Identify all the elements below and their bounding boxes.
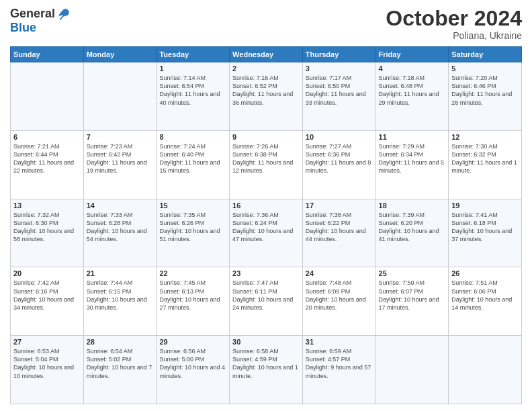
- day-number: 4: [379, 64, 446, 73]
- day-number: 2: [232, 64, 300, 73]
- calendar-day-cell: 2Sunrise: 7:16 AMSunset: 6:52 PMDaylight…: [230, 62, 303, 131]
- calendar-day-cell: 15Sunrise: 7:35 AMSunset: 6:26 PMDayligh…: [157, 199, 230, 267]
- day-number: 8: [159, 133, 226, 141]
- day-info: Sunrise: 6:54 AMSunset: 5:02 PMDaylight:…: [87, 347, 154, 380]
- day-info: Sunrise: 7:44 AMSunset: 6:15 PMDaylight:…: [87, 279, 154, 312]
- day-number: 20: [13, 269, 81, 277]
- day-info: Sunrise: 7:41 AMSunset: 6:18 PMDaylight:…: [451, 211, 519, 244]
- calendar-week-row: 20Sunrise: 7:42 AMSunset: 6:16 PMDayligh…: [11, 267, 522, 336]
- day-info: Sunrise: 6:53 AMSunset: 5:04 PMDaylight:…: [13, 347, 81, 380]
- day-number: 14: [87, 201, 154, 210]
- calendar-day-cell: [11, 62, 84, 131]
- calendar-day-cell: 17Sunrise: 7:38 AMSunset: 6:22 PMDayligh…: [302, 199, 375, 267]
- calendar-day-cell: 13Sunrise: 7:32 AMSunset: 6:30 PMDayligh…: [11, 199, 84, 267]
- calendar-day-cell: 28Sunrise: 6:54 AMSunset: 5:02 PMDayligh…: [83, 336, 157, 404]
- weekday-header: Saturday: [449, 47, 522, 62]
- day-number: 10: [306, 133, 373, 141]
- day-number: 30: [232, 338, 300, 346]
- calendar-day-cell: 25Sunrise: 7:50 AMSunset: 6:07 PMDayligh…: [375, 267, 449, 336]
- calendar-week-row: 13Sunrise: 7:32 AMSunset: 6:30 PMDayligh…: [11, 199, 522, 267]
- day-info: Sunrise: 7:23 AMSunset: 6:42 PMDaylight:…: [87, 142, 154, 175]
- day-number: 31: [306, 338, 373, 346]
- day-number: 15: [159, 201, 226, 210]
- header: General Blue October 2024 Poliana, Ukrai…: [10, 7, 522, 41]
- calendar-day-cell: 23Sunrise: 7:47 AMSunset: 6:11 PMDayligh…: [230, 267, 303, 336]
- calendar-day-cell: 11Sunrise: 7:29 AMSunset: 6:34 PMDayligh…: [375, 130, 449, 199]
- weekday-header: Monday: [83, 47, 157, 62]
- day-number: 28: [87, 338, 154, 346]
- day-number: 17: [306, 201, 373, 210]
- day-info: Sunrise: 7:27 AMSunset: 6:36 PMDaylight:…: [306, 142, 373, 175]
- calendar-week-row: 27Sunrise: 6:53 AMSunset: 5:04 PMDayligh…: [11, 336, 522, 404]
- page: General Blue October 2024 Poliana, Ukrai…: [0, 0, 532, 411]
- weekday-header: Thursday: [302, 47, 375, 62]
- day-number: 13: [13, 201, 81, 210]
- day-info: Sunrise: 7:32 AMSunset: 6:30 PMDaylight:…: [13, 211, 81, 244]
- day-info: Sunrise: 7:30 AMSunset: 6:32 PMDaylight:…: [451, 142, 519, 175]
- day-info: Sunrise: 6:58 AMSunset: 4:59 PMDaylight:…: [232, 347, 300, 380]
- calendar-day-cell: [449, 336, 522, 404]
- weekday-header: Friday: [375, 47, 449, 62]
- calendar-day-cell: 26Sunrise: 7:51 AMSunset: 6:06 PMDayligh…: [449, 267, 522, 336]
- calendar-table: SundayMondayTuesdayWednesdayThursdayFrid…: [10, 46, 522, 404]
- calendar-day-cell: 10Sunrise: 7:27 AMSunset: 6:36 PMDayligh…: [302, 130, 375, 199]
- calendar-day-cell: 14Sunrise: 7:33 AMSunset: 6:28 PMDayligh…: [83, 199, 157, 267]
- calendar-day-cell: 30Sunrise: 6:58 AMSunset: 4:59 PMDayligh…: [230, 336, 303, 404]
- day-info: Sunrise: 7:26 AMSunset: 6:38 PMDaylight:…: [232, 142, 300, 175]
- day-info: Sunrise: 7:29 AMSunset: 6:34 PMDaylight:…: [379, 142, 446, 175]
- day-info: Sunrise: 7:38 AMSunset: 6:22 PMDaylight:…: [306, 211, 373, 244]
- day-number: 19: [451, 201, 519, 210]
- day-info: Sunrise: 7:50 AMSunset: 6:07 PMDaylight:…: [379, 279, 446, 312]
- day-number: 29: [159, 338, 226, 346]
- calendar-day-cell: 1Sunrise: 7:14 AMSunset: 6:54 PMDaylight…: [157, 62, 230, 131]
- day-number: 7: [87, 133, 154, 141]
- day-info: Sunrise: 7:36 AMSunset: 6:24 PMDaylight:…: [232, 211, 300, 244]
- day-number: 1: [159, 64, 226, 73]
- calendar-day-cell: 3Sunrise: 7:17 AMSunset: 6:50 PMDaylight…: [302, 62, 375, 131]
- day-info: Sunrise: 6:59 AMSunset: 4:57 PMDaylight:…: [306, 347, 373, 380]
- logo-blue-text: Blue: [10, 21, 36, 34]
- calendar-day-cell: 18Sunrise: 7:39 AMSunset: 6:20 PMDayligh…: [375, 199, 449, 267]
- calendar-day-cell: 9Sunrise: 7:26 AMSunset: 6:38 PMDaylight…: [230, 130, 303, 199]
- day-number: 16: [232, 201, 300, 210]
- day-number: 18: [379, 201, 446, 210]
- calendar-day-cell: 19Sunrise: 7:41 AMSunset: 6:18 PMDayligh…: [449, 199, 522, 267]
- day-info: Sunrise: 7:21 AMSunset: 6:44 PMDaylight:…: [13, 142, 81, 175]
- weekday-header: Sunday: [11, 47, 84, 62]
- day-info: Sunrise: 7:42 AMSunset: 6:16 PMDaylight:…: [13, 279, 81, 312]
- calendar-day-cell: 31Sunrise: 6:59 AMSunset: 4:57 PMDayligh…: [302, 336, 375, 404]
- calendar-day-cell: 7Sunrise: 7:23 AMSunset: 6:42 PMDaylight…: [83, 130, 157, 199]
- calendar-day-cell: 12Sunrise: 7:30 AMSunset: 6:32 PMDayligh…: [449, 130, 522, 199]
- calendar-week-row: 1Sunrise: 7:14 AMSunset: 6:54 PMDaylight…: [11, 62, 522, 131]
- day-info: Sunrise: 7:45 AMSunset: 6:13 PMDaylight:…: [159, 279, 226, 312]
- day-info: Sunrise: 7:14 AMSunset: 6:54 PMDaylight:…: [159, 74, 226, 107]
- calendar-day-cell: 8Sunrise: 7:24 AMSunset: 6:40 PMDaylight…: [157, 130, 230, 199]
- day-info: Sunrise: 7:35 AMSunset: 6:26 PMDaylight:…: [159, 211, 226, 244]
- day-info: Sunrise: 7:39 AMSunset: 6:20 PMDaylight:…: [379, 211, 446, 244]
- day-number: 27: [13, 338, 81, 346]
- day-info: Sunrise: 7:17 AMSunset: 6:50 PMDaylight:…: [306, 74, 373, 107]
- logo: General Blue: [10, 7, 71, 35]
- day-number: 6: [13, 133, 81, 141]
- calendar-day-cell: 4Sunrise: 7:18 AMSunset: 6:48 PMDaylight…: [375, 62, 449, 131]
- day-info: Sunrise: 7:47 AMSunset: 6:11 PMDaylight:…: [232, 279, 300, 312]
- day-number: 22: [159, 269, 226, 277]
- title-block: October 2024 Poliana, Ukraine: [386, 7, 522, 41]
- calendar-day-cell: 21Sunrise: 7:44 AMSunset: 6:15 PMDayligh…: [83, 267, 157, 336]
- day-info: Sunrise: 7:51 AMSunset: 6:06 PMDaylight:…: [451, 279, 519, 312]
- calendar-day-cell: 5Sunrise: 7:20 AMSunset: 6:46 PMDaylight…: [449, 62, 522, 131]
- calendar-header-row: SundayMondayTuesdayWednesdayThursdayFrid…: [11, 47, 522, 62]
- calendar-day-cell: [375, 336, 449, 404]
- calendar-week-row: 6Sunrise: 7:21 AMSunset: 6:44 PMDaylight…: [11, 130, 522, 199]
- calendar-day-cell: 22Sunrise: 7:45 AMSunset: 6:13 PMDayligh…: [157, 267, 230, 336]
- month-title: October 2024: [386, 7, 522, 30]
- calendar-day-cell: [83, 62, 157, 131]
- day-number: 24: [306, 269, 373, 277]
- day-number: 25: [379, 269, 446, 277]
- day-number: 5: [451, 64, 519, 73]
- day-number: 9: [232, 133, 300, 141]
- day-info: Sunrise: 7:33 AMSunset: 6:28 PMDaylight:…: [87, 211, 154, 244]
- calendar-day-cell: 16Sunrise: 7:36 AMSunset: 6:24 PMDayligh…: [230, 199, 303, 267]
- day-info: Sunrise: 7:16 AMSunset: 6:52 PMDaylight:…: [232, 74, 300, 107]
- calendar-day-cell: 29Sunrise: 6:56 AMSunset: 5:00 PMDayligh…: [157, 336, 230, 404]
